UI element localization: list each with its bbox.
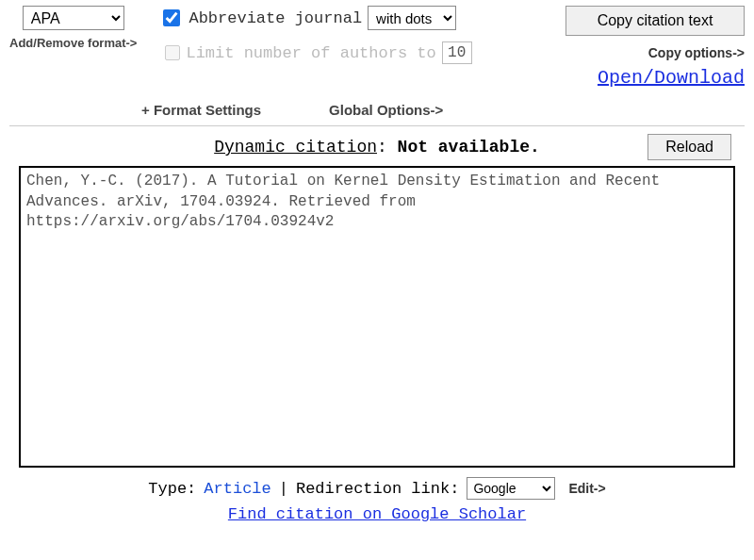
abbreviate-journal-checkbox[interactable] xyxy=(163,9,180,26)
reload-button[interactable]: Reload xyxy=(647,134,731,160)
open-download-link[interactable]: Open/Download xyxy=(598,67,745,89)
abbreviate-journal-label: Abbreviate journal xyxy=(188,9,362,27)
limit-authors-label: Limit number of authors to xyxy=(186,44,435,62)
format-select[interactable]: APA xyxy=(23,6,124,30)
copy-options-link[interactable]: Copy options-> xyxy=(648,45,745,60)
limit-authors-checkbox[interactable] xyxy=(165,45,180,60)
copy-citation-button[interactable]: Copy citation text xyxy=(566,6,745,36)
separator xyxy=(9,125,745,126)
redirection-link-select[interactable]: Google xyxy=(467,477,555,500)
format-settings-link[interactable]: + Format Settings xyxy=(141,102,261,118)
abbreviation-style-select[interactable]: with dots xyxy=(368,6,456,30)
edit-link[interactable]: Edit-> xyxy=(568,481,605,496)
type-label: Type: xyxy=(148,480,196,498)
google-scholar-link[interactable]: Find citation on Google Scholar xyxy=(228,505,526,523)
redirection-link-label: Redirection link: xyxy=(296,480,459,498)
separator-pipe: | xyxy=(279,480,288,498)
citation-textarea[interactable]: Chen, Y.-C. (2017). A Tutorial on Kernel… xyxy=(19,166,735,468)
global-options-link[interactable]: Global Options-> xyxy=(329,102,443,118)
add-remove-format-link[interactable]: Add/Remove format-> xyxy=(9,36,137,51)
dynamic-citation-status: Dynamic citation: Not available. xyxy=(214,138,540,156)
limit-authors-input[interactable] xyxy=(442,41,472,64)
type-value-link[interactable]: Article xyxy=(204,480,270,498)
